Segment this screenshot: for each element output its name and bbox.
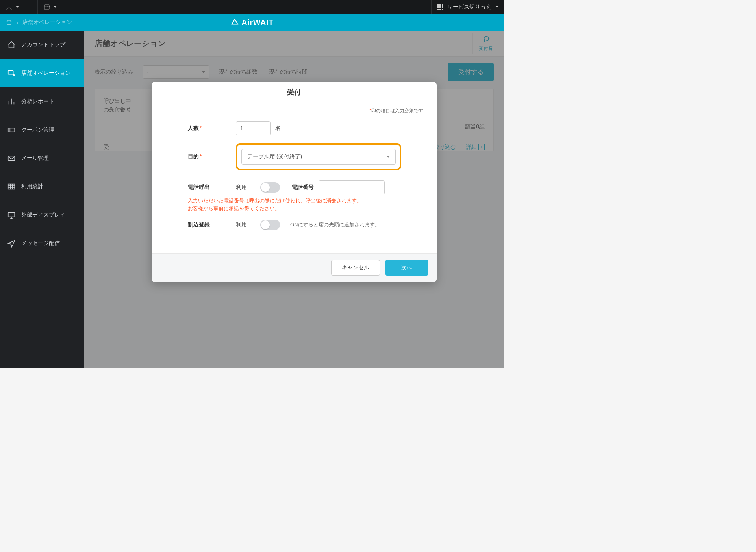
- sidebar-item-store-ops[interactable]: 店舗オペレーション: [0, 59, 84, 87]
- breadcrumb-current: 店舗オペレーション: [22, 19, 72, 26]
- table-icon: [7, 182, 16, 191]
- people-input[interactable]: [236, 121, 271, 135]
- next-button[interactable]: 次へ: [385, 260, 428, 276]
- phone-input[interactable]: [319, 180, 385, 194]
- chevron-down-icon: [495, 6, 498, 8]
- phone-note-l1: 入力いただいた電話番号は呼出の際にだけ使われ、呼出後に消去されます。: [188, 197, 426, 205]
- sidebar-item-label: アカウントトップ: [21, 41, 65, 48]
- person-icon: [6, 4, 13, 11]
- header-bar: › 店舗オペレーション AirWAIT: [0, 14, 504, 31]
- row-interrupt: 割込登録 利用 ONにすると席の先頭に追加されます。: [188, 220, 426, 230]
- sidebar-item-label: 店舗オペレーション: [21, 70, 71, 77]
- purpose-value: テーブル席 (受付終了): [247, 153, 302, 160]
- label-purpose: 目的*: [188, 153, 231, 160]
- phone-toggle[interactable]: [260, 182, 280, 193]
- phone-note: 入力いただいた電話番号は呼出の際にだけ使われ、呼出後に消去されます。 お客様から…: [188, 197, 426, 213]
- sidebar-item-label: 分析レポート: [21, 98, 54, 105]
- modal-title: 受付: [152, 82, 437, 102]
- label-phone-number: 電話番号: [292, 184, 314, 191]
- row-people: 人数* 名: [188, 121, 426, 135]
- brand: AirWAIT: [230, 18, 273, 27]
- sidebar-item-label: クーポン管理: [21, 126, 54, 133]
- home-icon[interactable]: [6, 19, 13, 26]
- chart-icon: [7, 97, 16, 106]
- sidebar-item-mail[interactable]: メール管理: [0, 144, 84, 172]
- monitor-icon: [7, 211, 16, 219]
- required-text: 印の項目は入力必須です: [371, 108, 423, 113]
- label-interrupt: 割込登録: [188, 221, 231, 228]
- sidebar-item-stats[interactable]: 利用統計: [0, 172, 84, 201]
- svg-rect-6: [8, 213, 15, 217]
- svg-point-0: [8, 5, 10, 7]
- phone-note-l2: お客様から事前に承諾を得てください。: [188, 205, 426, 213]
- chevron-down-icon: [54, 6, 57, 8]
- modal: 受付 *印の項目は入力必須です 人数* 名 目的* テーブル席 (受付終了): [152, 82, 437, 282]
- modal-overlay: 受付 *印の項目は入力必須です 人数* 名 目的* テーブル席 (受付終了): [84, 31, 504, 368]
- brand-name: AirWAIT: [241, 18, 273, 27]
- service-switch-label: サービス切り替え: [447, 4, 491, 11]
- interrupt-toggle[interactable]: [260, 220, 280, 230]
- sidebar-item-label: 利用統計: [21, 183, 43, 190]
- label-phone-call: 電話呼出: [188, 184, 231, 191]
- cancel-button[interactable]: キャンセル: [331, 260, 380, 276]
- purpose-highlight: テーブル席 (受付終了): [236, 143, 401, 170]
- breadcrumb: › 店舗オペレーション: [0, 19, 72, 26]
- sidebar-item-label: メール管理: [21, 155, 49, 162]
- brand-icon: [230, 18, 239, 27]
- service-switch[interactable]: サービス切り替え: [431, 0, 504, 14]
- row-phone: 電話呼出 利用 電話番号: [188, 180, 426, 194]
- label-people: 人数*: [188, 125, 231, 132]
- use-label: 利用: [236, 221, 256, 228]
- sidebar-item-analytics[interactable]: 分析レポート: [0, 87, 84, 116]
- ticket-icon: [7, 126, 16, 134]
- svg-rect-5: [8, 184, 15, 189]
- store-menu[interactable]: [38, 0, 132, 14]
- people-unit: 名: [275, 125, 281, 132]
- use-label: 利用: [236, 184, 256, 191]
- sidebar-item-label: メッセージ配信: [21, 240, 60, 247]
- modal-footer: キャンセル 次へ: [152, 253, 437, 282]
- account-menu[interactable]: [0, 0, 38, 14]
- svg-rect-4: [8, 156, 15, 161]
- topbar: サービス切り替え: [0, 0, 504, 14]
- svg-rect-3: [8, 128, 15, 132]
- grid-icon: [437, 4, 443, 10]
- sidebar: アカウントトップ 店舗オペレーション 分析レポート クーポン管理 メール管理 利…: [0, 31, 84, 368]
- sidebar-item-coupon[interactable]: クーポン管理: [0, 116, 84, 144]
- operations-icon: [7, 69, 16, 78]
- home-icon: [7, 41, 16, 49]
- send-icon: [7, 239, 16, 248]
- interrupt-note: ONにすると席の先頭に追加されます。: [290, 221, 380, 228]
- sidebar-item-account-top[interactable]: アカウントトップ: [0, 31, 84, 59]
- purpose-select[interactable]: テーブル席 (受付終了): [241, 149, 396, 165]
- breadcrumb-sep: ›: [17, 19, 19, 26]
- modal-body: *印の項目は入力必須です 人数* 名 目的* テーブル席 (受付終了) 電話呼出: [152, 102, 437, 253]
- sidebar-item-label: 外部ディスプレイ: [21, 211, 65, 219]
- chevron-down-icon: [387, 156, 390, 158]
- row-purpose: 目的* テーブル席 (受付終了): [188, 143, 426, 170]
- mail-icon: [7, 154, 16, 163]
- chevron-down-icon: [16, 6, 19, 8]
- required-note: *印の項目は入力必須です: [188, 107, 426, 114]
- store-icon: [43, 4, 50, 11]
- sidebar-item-message[interactable]: メッセージ配信: [0, 229, 84, 257]
- sidebar-item-display[interactable]: 外部ディスプレイ: [0, 201, 84, 229]
- svg-rect-1: [8, 71, 13, 74]
